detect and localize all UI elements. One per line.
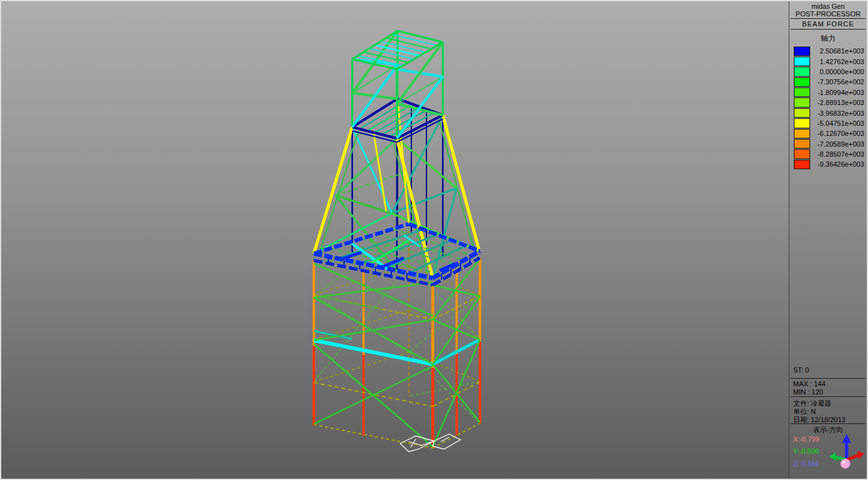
- midas-gen-window: midas Gen POST-PROCESSOR BEAM FORCE 轴力 2…: [0, 0, 868, 480]
- legend-row: -9.36426e+003: [794, 159, 864, 169]
- legend-value: 0.00000e+000: [810, 68, 864, 75]
- legend-color-swatch: [794, 149, 810, 159]
- legend-color-swatch: [794, 108, 810, 118]
- legend-row: -6.12670e+003: [794, 128, 864, 138]
- legend-row: -8.28507e+003: [794, 149, 864, 159]
- status-max: MAX : 144: [793, 380, 825, 388]
- legend-value: -6.12670e+003: [810, 130, 864, 137]
- legend-value: -8.28507e+003: [810, 150, 864, 158]
- axis-y-value: Y:-0.500: [793, 447, 819, 455]
- legend-row: -2.88913e+003: [794, 98, 864, 108]
- mode-label: BEAM FORCE: [789, 20, 867, 28]
- legend-value: -2.88913e+003: [810, 99, 864, 106]
- structure-model: [1, 1, 789, 479]
- legend-row: -5.04751e+003: [794, 118, 864, 128]
- legend-value: 1.42762e+003: [810, 58, 864, 65]
- legend-row: 0.00000e+000: [794, 67, 864, 77]
- divider: [791, 378, 865, 379]
- force-legend: 2.50681e+0031.42762e+0030.00000e+000-7.3…: [794, 46, 864, 170]
- legend-color-swatch: [794, 87, 810, 97]
- legend-color-swatch: [794, 57, 810, 66]
- legend-value: -7.30756e+002: [810, 78, 864, 86]
- legend-title: 轴力: [789, 33, 867, 44]
- legend-row: 1.42762e+003: [794, 56, 864, 66]
- legend-color-swatch: [794, 118, 810, 128]
- axis-z-value: Z: 0.334: [793, 460, 818, 467]
- legend-color-swatch: [794, 129, 810, 138]
- divider: [791, 396, 865, 397]
- legend-value: -1.80994e+003: [810, 89, 864, 96]
- legend-color-swatch: [794, 160, 810, 169]
- legend-value: -5.04751e+003: [810, 120, 864, 127]
- legend-value: -9.36426e+003: [810, 160, 864, 168]
- legend-value: 2.50681e+003: [810, 47, 864, 55]
- legend-color-swatch: [794, 47, 810, 56]
- legend-color-swatch: [794, 77, 810, 87]
- axis-x-value: X:-0.799: [793, 435, 820, 443]
- legend-row: -3.96832e+003: [794, 108, 864, 118]
- legend-color-swatch: [794, 98, 810, 107]
- legend-value: -3.96832e+003: [810, 109, 864, 117]
- divider: [791, 18, 865, 19]
- legend-row: -7.20589e+003: [794, 139, 864, 149]
- legend-row: 2.50681e+003: [794, 46, 864, 56]
- status-st: ST: 0: [793, 366, 809, 374]
- divider: [791, 423, 865, 424]
- axis-triad-icon: [828, 433, 865, 473]
- divider: [791, 29, 865, 30]
- post-processor-label: POST-PROCESSOR: [789, 10, 867, 18]
- post-processor-panel: midas Gen POST-PROCESSOR BEAM FORCE 轴力 2…: [789, 1, 867, 479]
- app-title: midas Gen: [789, 3, 867, 10]
- legend-color-swatch: [794, 67, 810, 76]
- status-min: MIN : 120: [793, 388, 823, 396]
- legend-row: -1.80994e+003: [794, 87, 864, 98]
- legend-value: -7.20589e+003: [810, 140, 864, 148]
- legend-color-swatch: [794, 139, 810, 148]
- model-viewport[interactable]: [1, 1, 789, 479]
- legend-row: -7.30756e+002: [794, 77, 864, 87]
